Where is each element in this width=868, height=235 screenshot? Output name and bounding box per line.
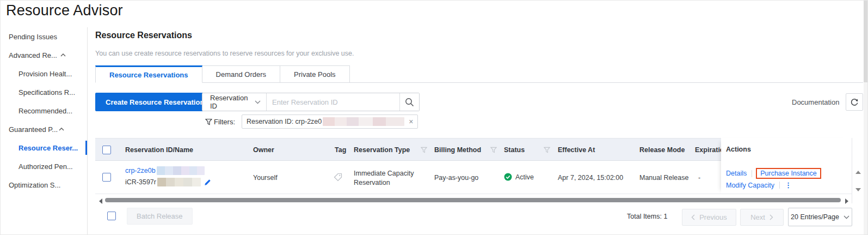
scroll-up-icon[interactable] — [855, 171, 861, 174]
purchase-instance-link[interactable]: Purchase Instance — [760, 170, 817, 177]
col-reservation-id: Reservation ID/Name — [125, 138, 193, 161]
reservation-id-cell: crp-2ze0b iCR-3597r — [125, 166, 211, 186]
expiration-cell: - — [698, 174, 700, 182]
create-resource-reservation-button[interactable]: Create Resource Reservation — [95, 93, 214, 111]
sidebar-item-resource-reservations[interactable]: Resource Reser... — [0, 138, 87, 157]
edit-pencil-icon[interactable] — [204, 179, 211, 186]
sidebar-item-label: Optimization S... — [9, 181, 60, 189]
col-effective-at: Effective At — [558, 138, 595, 161]
sidebar-item-specifications[interactable]: Specifications R... — [0, 83, 87, 101]
effective-at-cell: Apr 7, 2024, 15:02:00 — [558, 174, 623, 182]
col-release-mode: Release Mode — [639, 138, 685, 161]
actions-line-2: Modify Capacity ⋮ — [726, 181, 792, 189]
billing-method-cell: Pay-as-you-go — [434, 174, 478, 182]
redacted-blur — [323, 117, 404, 126]
sidebar-item-recommended[interactable]: Recommended... — [0, 101, 87, 120]
page-heading: Resource Reservations — [95, 31, 192, 40]
col-billing-method: Billing Method — [434, 138, 481, 161]
previous-page-button[interactable]: Previous — [682, 209, 736, 226]
next-label: Next — [750, 213, 765, 221]
status-cell: Active — [504, 173, 534, 181]
sidebar-item-authorized-pending[interactable]: Authorized Pen... — [0, 157, 87, 176]
page-size-dropdown[interactable]: 20 Entries/Page — [788, 208, 852, 226]
sidebar-item-optimization[interactable]: Optimization S... — [0, 176, 87, 194]
documentation-link[interactable]: Documentation — [792, 98, 839, 106]
sidebar-item-label: Pending Issues — [9, 33, 57, 41]
details-link[interactable]: Details — [726, 170, 747, 177]
row-checkbox-cell — [102, 173, 111, 182]
search-group: Reservation ID — [202, 93, 420, 111]
col-expiration: Expiration — [695, 138, 721, 161]
page-scrollbar[interactable] — [864, 1, 867, 234]
filters-label: Filters: — [214, 118, 235, 126]
search-category-label: Reservation ID — [210, 94, 255, 110]
filter-icon[interactable] — [544, 147, 550, 153]
sidebar-item-label: Advanced Re... — [9, 51, 57, 59]
action-separator — [752, 170, 752, 177]
modify-capacity-link[interactable]: Modify Capacity — [726, 182, 774, 189]
action-separator — [779, 182, 780, 189]
filter-funnel-icon — [205, 118, 212, 125]
tab-demand-orders[interactable]: Demand Orders — [202, 65, 280, 83]
select-all-checkbox[interactable] — [102, 146, 111, 154]
batch-release-button[interactable]: Batch Release — [127, 208, 193, 225]
purchase-instance-highlight: Purchase Instance — [756, 168, 821, 179]
search-category-dropdown[interactable]: Reservation ID — [202, 93, 267, 111]
search-input[interactable] — [267, 93, 399, 111]
sidebar-item-label: Guaranteed P... — [9, 125, 58, 134]
sidebar-item-advanced-re[interactable]: Advanced Re... — [0, 46, 87, 64]
chevron-left-icon — [691, 214, 695, 220]
horizontal-scrollbar-thumb[interactable] — [105, 198, 841, 202]
sidebar-item-label: Recommended... — [19, 107, 72, 115]
refresh-button[interactable] — [846, 93, 863, 111]
next-page-button[interactable]: Next — [740, 209, 784, 226]
more-actions-icon[interactable]: ⋮ — [785, 181, 792, 189]
sidebar-item-guaranteed-p[interactable]: Guaranteed P... — [0, 120, 87, 138]
col-tag: Tag — [335, 138, 346, 161]
col-status: Status — [504, 138, 525, 161]
scroll-right-icon[interactable] — [845, 198, 848, 204]
actions-line-1: Details Purchase Instance — [726, 168, 821, 179]
filter-icon[interactable] — [490, 147, 497, 153]
col-actions: Actions — [726, 138, 751, 161]
status-text: Active — [515, 173, 534, 181]
page-scrollbar-thumb[interactable] — [864, 1, 867, 82]
tab-label: Resource Reservations — [109, 71, 188, 79]
scroll-down-icon[interactable] — [855, 188, 861, 191]
page-size-label: 20 Entries/Page — [791, 213, 839, 221]
sidebar: Pending Issues Advanced Re... Provision … — [0, 27, 88, 234]
sidebar-item-label: Authorized Pen... — [19, 162, 73, 171]
tab-strip: Resource Reservations Demand Orders Priv… — [95, 65, 863, 83]
tab-resource-reservations[interactable]: Resource Reservations — [95, 65, 202, 83]
page-description: You can use create resource reservations… — [95, 50, 354, 57]
search-button[interactable] — [399, 93, 419, 111]
row-checkbox[interactable] — [102, 173, 111, 182]
status-active-icon — [504, 173, 512, 181]
filter-tag-close-icon[interactable]: × — [409, 117, 413, 126]
footer-select-all-checkbox[interactable] — [107, 212, 116, 220]
tab-label: Demand Orders — [216, 70, 266, 79]
owner-cell: Yourself — [253, 174, 278, 182]
tag-icon[interactable] — [334, 173, 342, 182]
col-owner: Owner — [253, 138, 274, 161]
tab-private-pools[interactable]: Private Pools — [280, 65, 350, 83]
sidebar-item-provision-health[interactable]: Provision Healt... — [0, 64, 87, 83]
reservation-id-link[interactable]: crp-2ze0b — [125, 167, 156, 174]
search-icon — [405, 98, 414, 107]
horizontal-scrollbar — [95, 196, 852, 205]
filter-icon[interactable] — [421, 147, 427, 153]
sidebar-item-pending-issues[interactable]: Pending Issues — [0, 27, 87, 46]
footer-checkbox-cell — [107, 212, 116, 220]
refresh-icon — [850, 98, 859, 106]
chevron-up-icon — [59, 128, 64, 131]
actions-pinned-column: Actions Details Purchase Instance Modify… — [721, 138, 852, 194]
select-all-checkbox-cell — [102, 138, 111, 161]
tab-label: Private Pools — [294, 70, 336, 79]
filter-tag-text: Reservation ID: crp-2ze0 — [247, 118, 322, 125]
vertical-scrollbar — [852, 138, 863, 203]
redacted-blur — [157, 178, 201, 186]
sidebar-item-label: Resource Reser... — [19, 144, 78, 152]
scroll-left-icon[interactable] — [99, 198, 102, 204]
reservation-type-cell: Immediate Capacity Reservation — [354, 169, 422, 188]
filters-row: Filters: Reservation ID: crp-2ze0 × — [205, 115, 418, 129]
